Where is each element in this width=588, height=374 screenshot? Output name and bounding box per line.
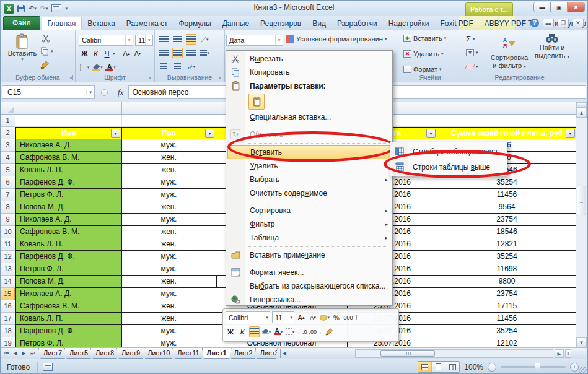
copy-button[interactable]: ▾: [40, 47, 53, 56]
cell-gender-18[interactable]: муж.: [122, 325, 216, 337]
menu-item-refresh[interactable]: ↻Обновить: [226, 128, 392, 141]
book-minimize-button[interactable]: ▬: [543, 19, 554, 27]
mini-shrink-font-button[interactable]: А▾: [308, 312, 318, 323]
mini-size-combo[interactable]: 11▾: [272, 311, 294, 323]
minimize-button[interactable]: ▬: [534, 2, 551, 12]
tab-рецензиров[interactable]: Рецензиров: [255, 17, 307, 30]
borders-button[interactable]: ▾: [79, 62, 90, 72]
menu-item-cut[interactable]: Вырезать: [226, 52, 392, 66]
zoom-slider[interactable]: [501, 366, 566, 368]
menu-item-filter[interactable]: Фильтр▸: [226, 217, 392, 231]
cell-sum-10[interactable]: 18546: [437, 226, 577, 238]
menu-item-paste-special[interactable]: Специальная вставка...: [226, 110, 392, 124]
paste-button[interactable]: Вставить ▾: [7, 33, 38, 62]
row-header-12[interactable]: 12: [1, 251, 15, 263]
cell-gender-4[interactable]: жен.: [122, 152, 216, 164]
row-header-7[interactable]: 7: [1, 189, 15, 201]
filter-dropdown-icon[interactable]: ▼: [566, 129, 575, 138]
cell-name-13[interactable]: Петров Ф. Л.: [15, 263, 122, 276]
scroll-right-icon[interactable]: ▶: [555, 349, 564, 358]
fill-button[interactable]: ▼▾: [466, 49, 478, 56]
sheet-tab-лист2[interactable]: Лист2: [229, 348, 258, 359]
decrease-indent-button[interactable]: [159, 61, 169, 72]
book-close-button[interactable]: ✕: [573, 19, 584, 27]
cell-gender-10[interactable]: жен.: [122, 226, 216, 238]
last-sheet-icon[interactable]: ⏭: [29, 349, 37, 357]
table-header-salary[interactable]: Сумма заработной платы, руб▼: [437, 127, 577, 139]
book-restore-button[interactable]: ❐: [558, 19, 569, 27]
cell-name-12[interactable]: Парфенов Д. Ф.: [15, 251, 122, 263]
clipboard-dialog-launcher[interactable]: [68, 75, 73, 80]
row-header-3[interactable]: 3: [1, 139, 15, 152]
align-left-button[interactable]: [159, 48, 169, 58]
cell-name-17[interactable]: Коваль Л. П.: [15, 313, 122, 325]
column-header-a[interactable]: [15, 102, 122, 115]
find-select-button[interactable]: Найти ивыделить ▾: [532, 33, 573, 59]
mini-center-button[interactable]: [249, 326, 260, 337]
help-icon[interactable]: ?: [530, 19, 539, 27]
row-header-10[interactable]: 10: [1, 226, 15, 238]
cell-sum-6[interactable]: 35254: [437, 176, 577, 189]
submenu-item-table-rows-above[interactable]: Строки таблицы выше: [390, 159, 507, 175]
alignment-dialog-launcher[interactable]: [217, 75, 222, 80]
menu-item-clear-contents[interactable]: Очистить содержимое: [226, 186, 392, 200]
first-sheet-icon[interactable]: ⏮: [2, 349, 11, 357]
zoom-out-button[interactable]: −: [488, 363, 496, 372]
mini-decrease-decimal-button[interactable]: .00→: [309, 326, 323, 337]
italic-button[interactable]: К: [90, 48, 101, 59]
font-color-button[interactable]: А▾: [105, 62, 116, 72]
shrink-font-button[interactable]: А▾: [133, 48, 143, 59]
restore-button[interactable]: ▣: [551, 2, 568, 12]
underline-button[interactable]: Ч: [102, 48, 112, 59]
cell-sum-17[interactable]: 11456: [437, 313, 577, 325]
scroll-down-icon[interactable]: ▼: [576, 337, 587, 347]
cell-sum-16[interactable]: 17115: [437, 300, 577, 313]
row-header-4[interactable]: 4: [1, 152, 15, 164]
font-dialog-launcher[interactable]: [147, 75, 152, 80]
align-middle-button[interactable]: [172, 34, 183, 45]
conditional-formatting-button[interactable]: Условное форматирование▾: [286, 35, 387, 43]
name-box[interactable]: C15▾: [2, 85, 95, 99]
fx-icon[interactable]: fx: [118, 87, 123, 97]
wrap-text-button[interactable]: ⇙▾: [186, 61, 196, 72]
scrollbar-resize-handle[interactable]: ‖: [565, 349, 571, 358]
cell-sum-13[interactable]: 11698: [437, 263, 577, 276]
row-header-13[interactable]: 13: [1, 263, 15, 276]
horizontal-scroll-thumb[interactable]: [380, 350, 435, 357]
row-header-17[interactable]: 17: [1, 313, 15, 325]
cell-gender-15[interactable]: муж.: [122, 288, 216, 300]
align-bottom-button[interactable]: [186, 34, 196, 45]
mini-fill-color-button[interactable]: ▾: [261, 326, 271, 337]
select-all-corner[interactable]: [1, 102, 15, 115]
row-header-19[interactable]: 19: [1, 337, 15, 347]
cell-gender-16[interactable]: жен.: [122, 300, 216, 313]
mini-grow-font-button[interactable]: А▴: [296, 312, 306, 323]
sheet-tab-лист9[interactable]: Лист9: [116, 348, 145, 359]
row-header-14[interactable]: 14: [1, 276, 15, 288]
mini-italic-button[interactable]: К: [237, 326, 247, 337]
vertical-scrollbar[interactable]: ▲ ▼: [576, 102, 587, 347]
insert-cells-button[interactable]: ✚ Вставить▾: [403, 35, 446, 42]
sheet-tab-лист3[interactable]: Лист3: [255, 348, 278, 359]
tab-разметка-ст[interactable]: Разметка ст: [121, 17, 173, 30]
grow-font-button[interactable]: А▴: [121, 48, 132, 59]
mini-accounting-button[interactable]: ▾: [320, 312, 330, 323]
tab-foxit-pdf[interactable]: Foxit PDF: [435, 17, 479, 30]
column-header-b[interactable]: [122, 102, 216, 115]
cell-name-15[interactable]: Николаев А. Д.: [15, 288, 122, 300]
orientation-button[interactable]: ⟋▾: [200, 34, 210, 45]
filter-dropdown-icon[interactable]: ▼: [111, 129, 120, 138]
submenu-item-table-columns-left[interactable]: Столбцы таблицы слева: [390, 144, 507, 159]
menu-item-hyperlink[interactable]: Гиперссылка...: [226, 293, 392, 307]
cell-gender-8[interactable]: жен.: [122, 201, 216, 214]
menu-item-format-cells[interactable]: Формат ячеек...: [226, 266, 392, 279]
tab-split-handle[interactable]: ◀: [280, 349, 287, 358]
cell-sum-14[interactable]: 9800: [437, 276, 577, 288]
cell-name-10[interactable]: Сафронова В. М.: [15, 226, 122, 238]
mini-bold-button[interactable]: Ж: [226, 326, 235, 337]
mini-font-color-button[interactable]: А▾: [273, 326, 283, 337]
redo-button[interactable]: ↷▾: [40, 4, 49, 14]
filter-dropdown-icon[interactable]: ▼: [426, 129, 436, 138]
align-top-button[interactable]: [159, 34, 169, 45]
page-layout-view-button[interactable]: [432, 362, 445, 372]
